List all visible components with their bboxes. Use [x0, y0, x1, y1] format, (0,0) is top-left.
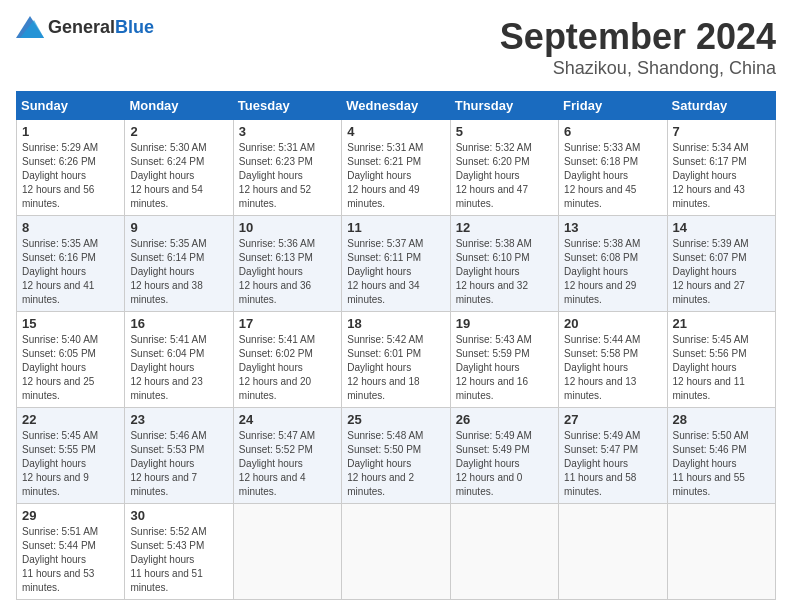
- weekday-header-tuesday: Tuesday: [233, 92, 341, 120]
- calendar-week-4: 22Sunrise: 5:45 AMSunset: 5:55 PMDayligh…: [17, 408, 776, 504]
- logo-text: GeneralBlue: [48, 17, 154, 38]
- day-info: Sunrise: 5:36 AMSunset: 6:13 PMDaylight …: [239, 237, 336, 307]
- calendar-week-2: 8Sunrise: 5:35 AMSunset: 6:16 PMDaylight…: [17, 216, 776, 312]
- day-info: Sunrise: 5:46 AMSunset: 5:53 PMDaylight …: [130, 429, 227, 499]
- day-number: 19: [456, 316, 553, 331]
- calendar-cell: 30Sunrise: 5:52 AMSunset: 5:43 PMDayligh…: [125, 504, 233, 600]
- weekday-header-saturday: Saturday: [667, 92, 775, 120]
- day-number: 5: [456, 124, 553, 139]
- calendar-cell: 1Sunrise: 5:29 AMSunset: 6:26 PMDaylight…: [17, 120, 125, 216]
- logo: GeneralBlue: [16, 16, 154, 38]
- day-info: Sunrise: 5:44 AMSunset: 5:58 PMDaylight …: [564, 333, 661, 403]
- calendar-cell: [559, 504, 667, 600]
- calendar-cell: 8Sunrise: 5:35 AMSunset: 6:16 PMDaylight…: [17, 216, 125, 312]
- calendar-cell: 22Sunrise: 5:45 AMSunset: 5:55 PMDayligh…: [17, 408, 125, 504]
- calendar-cell: 21Sunrise: 5:45 AMSunset: 5:56 PMDayligh…: [667, 312, 775, 408]
- day-number: 11: [347, 220, 444, 235]
- day-info: Sunrise: 5:41 AMSunset: 6:02 PMDaylight …: [239, 333, 336, 403]
- day-info: Sunrise: 5:49 AMSunset: 5:49 PMDaylight …: [456, 429, 553, 499]
- day-info: Sunrise: 5:32 AMSunset: 6:20 PMDaylight …: [456, 141, 553, 211]
- day-number: 25: [347, 412, 444, 427]
- day-info: Sunrise: 5:50 AMSunset: 5:46 PMDaylight …: [673, 429, 770, 499]
- day-info: Sunrise: 5:35 AMSunset: 6:14 PMDaylight …: [130, 237, 227, 307]
- calendar-body: 1Sunrise: 5:29 AMSunset: 6:26 PMDaylight…: [17, 120, 776, 600]
- calendar-cell: 15Sunrise: 5:40 AMSunset: 6:05 PMDayligh…: [17, 312, 125, 408]
- title-area: September 2024 Shazikou, Shandong, China: [500, 16, 776, 79]
- day-info: Sunrise: 5:30 AMSunset: 6:24 PMDaylight …: [130, 141, 227, 211]
- calendar-cell: 2Sunrise: 5:30 AMSunset: 6:24 PMDaylight…: [125, 120, 233, 216]
- calendar-cell: 12Sunrise: 5:38 AMSunset: 6:10 PMDayligh…: [450, 216, 558, 312]
- day-number: 30: [130, 508, 227, 523]
- weekday-header-monday: Monday: [125, 92, 233, 120]
- calendar-cell: 25Sunrise: 5:48 AMSunset: 5:50 PMDayligh…: [342, 408, 450, 504]
- day-info: Sunrise: 5:31 AMSunset: 6:21 PMDaylight …: [347, 141, 444, 211]
- weekday-header-row: SundayMondayTuesdayWednesdayThursdayFrid…: [17, 92, 776, 120]
- calendar-cell: 26Sunrise: 5:49 AMSunset: 5:49 PMDayligh…: [450, 408, 558, 504]
- day-number: 23: [130, 412, 227, 427]
- calendar-cell: 5Sunrise: 5:32 AMSunset: 6:20 PMDaylight…: [450, 120, 558, 216]
- day-number: 10: [239, 220, 336, 235]
- day-info: Sunrise: 5:41 AMSunset: 6:04 PMDaylight …: [130, 333, 227, 403]
- day-number: 15: [22, 316, 119, 331]
- calendar-cell: 23Sunrise: 5:46 AMSunset: 5:53 PMDayligh…: [125, 408, 233, 504]
- day-number: 7: [673, 124, 770, 139]
- day-info: Sunrise: 5:40 AMSunset: 6:05 PMDaylight …: [22, 333, 119, 403]
- calendar-cell: 7Sunrise: 5:34 AMSunset: 6:17 PMDaylight…: [667, 120, 775, 216]
- day-number: 6: [564, 124, 661, 139]
- day-info: Sunrise: 5:43 AMSunset: 5:59 PMDaylight …: [456, 333, 553, 403]
- day-number: 3: [239, 124, 336, 139]
- day-number: 2: [130, 124, 227, 139]
- calendar-cell: 3Sunrise: 5:31 AMSunset: 6:23 PMDaylight…: [233, 120, 341, 216]
- day-number: 8: [22, 220, 119, 235]
- calendar-table: SundayMondayTuesdayWednesdayThursdayFrid…: [16, 91, 776, 600]
- day-info: Sunrise: 5:38 AMSunset: 6:10 PMDaylight …: [456, 237, 553, 307]
- calendar-cell: 17Sunrise: 5:41 AMSunset: 6:02 PMDayligh…: [233, 312, 341, 408]
- calendar-cell: 10Sunrise: 5:36 AMSunset: 6:13 PMDayligh…: [233, 216, 341, 312]
- day-number: 18: [347, 316, 444, 331]
- page-header: GeneralBlue September 2024 Shazikou, Sha…: [16, 16, 776, 79]
- calendar-cell: 16Sunrise: 5:41 AMSunset: 6:04 PMDayligh…: [125, 312, 233, 408]
- logo-icon: [16, 16, 44, 38]
- day-number: 22: [22, 412, 119, 427]
- day-info: Sunrise: 5:45 AMSunset: 5:55 PMDaylight …: [22, 429, 119, 499]
- calendar-cell: [667, 504, 775, 600]
- day-info: Sunrise: 5:31 AMSunset: 6:23 PMDaylight …: [239, 141, 336, 211]
- location-title: Shazikou, Shandong, China: [500, 58, 776, 79]
- calendar-cell: 24Sunrise: 5:47 AMSunset: 5:52 PMDayligh…: [233, 408, 341, 504]
- day-number: 27: [564, 412, 661, 427]
- day-number: 1: [22, 124, 119, 139]
- day-number: 14: [673, 220, 770, 235]
- day-number: 28: [673, 412, 770, 427]
- day-number: 16: [130, 316, 227, 331]
- day-number: 17: [239, 316, 336, 331]
- day-number: 24: [239, 412, 336, 427]
- calendar-cell: [450, 504, 558, 600]
- calendar-week-5: 29Sunrise: 5:51 AMSunset: 5:44 PMDayligh…: [17, 504, 776, 600]
- day-number: 26: [456, 412, 553, 427]
- calendar-cell: 18Sunrise: 5:42 AMSunset: 6:01 PMDayligh…: [342, 312, 450, 408]
- day-info: Sunrise: 5:49 AMSunset: 5:47 PMDaylight …: [564, 429, 661, 499]
- day-info: Sunrise: 5:39 AMSunset: 6:07 PMDaylight …: [673, 237, 770, 307]
- day-info: Sunrise: 5:48 AMSunset: 5:50 PMDaylight …: [347, 429, 444, 499]
- calendar-cell: 11Sunrise: 5:37 AMSunset: 6:11 PMDayligh…: [342, 216, 450, 312]
- calendar-week-3: 15Sunrise: 5:40 AMSunset: 6:05 PMDayligh…: [17, 312, 776, 408]
- weekday-header-wednesday: Wednesday: [342, 92, 450, 120]
- day-number: 20: [564, 316, 661, 331]
- day-number: 12: [456, 220, 553, 235]
- day-info: Sunrise: 5:51 AMSunset: 5:44 PMDaylight …: [22, 525, 119, 595]
- weekday-header-friday: Friday: [559, 92, 667, 120]
- calendar-cell: [342, 504, 450, 600]
- calendar-cell: 14Sunrise: 5:39 AMSunset: 6:07 PMDayligh…: [667, 216, 775, 312]
- calendar-header: SundayMondayTuesdayWednesdayThursdayFrid…: [17, 92, 776, 120]
- day-number: 9: [130, 220, 227, 235]
- month-title: September 2024: [500, 16, 776, 58]
- calendar-cell: 28Sunrise: 5:50 AMSunset: 5:46 PMDayligh…: [667, 408, 775, 504]
- calendar-cell: 4Sunrise: 5:31 AMSunset: 6:21 PMDaylight…: [342, 120, 450, 216]
- day-number: 29: [22, 508, 119, 523]
- day-info: Sunrise: 5:52 AMSunset: 5:43 PMDaylight …: [130, 525, 227, 595]
- calendar-week-1: 1Sunrise: 5:29 AMSunset: 6:26 PMDaylight…: [17, 120, 776, 216]
- day-info: Sunrise: 5:34 AMSunset: 6:17 PMDaylight …: [673, 141, 770, 211]
- calendar-cell: 27Sunrise: 5:49 AMSunset: 5:47 PMDayligh…: [559, 408, 667, 504]
- calendar-cell: 20Sunrise: 5:44 AMSunset: 5:58 PMDayligh…: [559, 312, 667, 408]
- calendar-cell: 19Sunrise: 5:43 AMSunset: 5:59 PMDayligh…: [450, 312, 558, 408]
